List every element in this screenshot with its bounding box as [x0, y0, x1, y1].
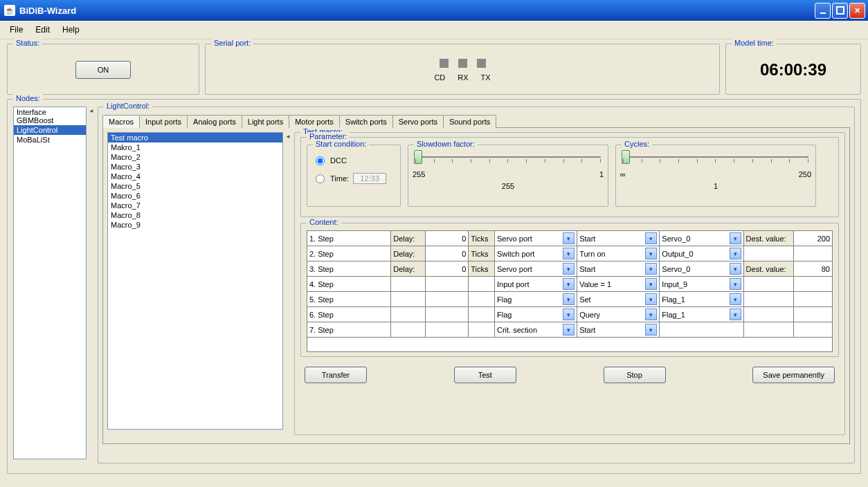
- macro-splitter[interactable]: [287, 132, 290, 439]
- delay-value[interactable]: 0: [426, 231, 469, 246]
- model-time: 06:00:39: [760, 60, 826, 80]
- delay-label: Delay:: [391, 246, 426, 261]
- transfer-button[interactable]: Transfer: [305, 367, 367, 383]
- table-row: 7. StepCrit. section▾Start▾: [307, 322, 833, 338]
- macro-list[interactable]: Test macroMakro_1Macro_2Macro_3Macro_4Ma…: [107, 132, 283, 430]
- tabs: MacrosInput portsAnalog portsLight ports…: [102, 114, 850, 127]
- macro-item[interactable]: Macro_2: [108, 152, 282, 162]
- content-group: Content: 1. StepDelay:0TicksServo port▾S…: [300, 223, 839, 357]
- maximize-button[interactable]: [832, 3, 848, 19]
- tab-motor-ports[interactable]: Motor ports: [289, 115, 340, 128]
- delay-value[interactable]: 0: [426, 246, 469, 261]
- slowdown-slider[interactable]: [415, 156, 601, 158]
- combo-cell[interactable]: Flag_1▾: [660, 307, 743, 322]
- node-item[interactable]: LightControl: [14, 125, 86, 135]
- slowdown-value: 255: [408, 182, 608, 190]
- tab-input-ports[interactable]: Input ports: [139, 115, 188, 128]
- combo-cell[interactable]: Turn on▾: [577, 246, 660, 261]
- combo-cell[interactable]: Input_9▾: [660, 277, 743, 292]
- tab-servo-ports[interactable]: Servo ports: [392, 115, 444, 128]
- tx-label: TX: [481, 73, 491, 82]
- nodes-group: Nodes: Interface GBMBoostLightControlMoB…: [7, 99, 861, 474]
- combo-cell[interactable]: Start▾: [577, 322, 660, 338]
- slowdown-min: 255: [413, 170, 425, 178]
- close-button[interactable]: ✕: [849, 3, 865, 19]
- combo-cell[interactable]: Value = 1▾: [577, 277, 660, 292]
- macro-item[interactable]: Macro_3: [108, 162, 282, 172]
- model-time-legend: Model time:: [732, 39, 777, 47]
- lightcontrol-group: LightControl: MacrosInput portsAnalog po…: [98, 107, 855, 463]
- combo-cell[interactable]: Start▾: [577, 231, 660, 246]
- status-legend: Status:: [13, 39, 42, 47]
- macro-item[interactable]: Macro_6: [108, 191, 282, 201]
- node-item[interactable]: Interface GBMBoost: [14, 107, 86, 125]
- combo-cell[interactable]: Flag_1▾: [660, 292, 743, 307]
- slowdown-max: 1: [599, 170, 604, 178]
- tab-macros[interactable]: Macros: [102, 115, 140, 128]
- time-input[interactable]: [353, 173, 386, 184]
- combo-cell[interactable]: Input port▾: [494, 277, 577, 292]
- step-number: 2. Step: [307, 246, 391, 261]
- tab-analog-ports[interactable]: Analog ports: [187, 115, 242, 128]
- dest-value[interactable]: 200: [793, 231, 832, 246]
- combo-cell[interactable]: Flag▾: [494, 292, 577, 307]
- menu-edit[interactable]: Edit: [30, 24, 55, 36]
- tab-body-macros: Test macroMakro_1Macro_2Macro_3Macro_4Ma…: [102, 127, 850, 444]
- cd-label: CD: [434, 73, 445, 82]
- menu-help[interactable]: Help: [57, 24, 85, 36]
- combo-cell[interactable]: Query▾: [577, 307, 660, 322]
- ticks-label: Ticks: [469, 261, 495, 277]
- macro-item[interactable]: Makro_1: [108, 143, 282, 152]
- tab-switch-ports[interactable]: Switch ports: [339, 115, 393, 128]
- macro-item[interactable]: Test macro: [108, 133, 282, 143]
- macro-item[interactable]: Macro_4: [108, 172, 282, 181]
- combo-cell[interactable]: Servo port▾: [494, 261, 577, 277]
- cycles-slider[interactable]: [623, 156, 808, 158]
- save-button[interactable]: Save permanently: [752, 367, 835, 383]
- test-button[interactable]: Test: [454, 367, 516, 383]
- on-button[interactable]: ON: [75, 61, 131, 79]
- rx-led: [458, 59, 467, 68]
- minimize-button[interactable]: [815, 3, 831, 19]
- titlebar: ☕ BiDiB-Wizard ✕: [0, 0, 868, 21]
- dest-value[interactable]: 80: [793, 261, 832, 277]
- cycles-min: ∞: [620, 170, 626, 178]
- step-number: 1. Step: [307, 231, 391, 246]
- menubar: File Edit Help: [0, 21, 868, 39]
- time-label: Time:: [330, 174, 349, 183]
- macro-item[interactable]: Macro_8: [108, 210, 282, 220]
- dest-label: Dest. value:: [743, 261, 793, 277]
- nodes-legend: Nodes:: [13, 94, 43, 102]
- combo-cell[interactable]: Servo_0▾: [660, 231, 743, 246]
- nodes-list[interactable]: Interface GBMBoostLightControlMoBaLiSt: [13, 107, 87, 459]
- dcc-radio[interactable]: [316, 156, 325, 165]
- node-item[interactable]: MoBaLiSt: [14, 135, 86, 145]
- time-radio[interactable]: [316, 174, 325, 183]
- macro-item[interactable]: Macro_7: [108, 201, 282, 210]
- combo-cell[interactable]: Servo port▾: [494, 231, 577, 246]
- model-time-group: Model time: 06:00:39: [725, 44, 861, 95]
- combo-cell[interactable]: Flag▾: [494, 307, 577, 322]
- splitter-handle[interactable]: [91, 107, 93, 468]
- ticks-label: Ticks: [469, 231, 495, 246]
- content-legend: Content:: [307, 218, 341, 226]
- stop-button[interactable]: Stop: [604, 367, 666, 383]
- delay-label: Delay:: [391, 231, 426, 246]
- step-number: 7. Step: [307, 322, 391, 338]
- macro-item[interactable]: Macro_9: [108, 220, 282, 230]
- combo-cell[interactable]: Set▾: [577, 292, 660, 307]
- combo-cell[interactable]: Servo_0▾: [660, 261, 743, 277]
- tab-sound-ports[interactable]: Sound ports: [443, 115, 496, 128]
- combo-cell[interactable]: Crit. section▾: [494, 322, 577, 338]
- start-condition-group: Start condition: DCC Time:: [307, 145, 401, 207]
- cycles-max: 250: [799, 170, 811, 178]
- step-number: 5. Step: [307, 292, 391, 307]
- combo-cell[interactable]: Start▾: [577, 261, 660, 277]
- delay-value[interactable]: 0: [426, 261, 469, 277]
- combo-cell[interactable]: Switch port▾: [494, 246, 577, 261]
- combo-cell[interactable]: Output_0▾: [660, 246, 743, 261]
- menu-file[interactable]: File: [4, 24, 28, 36]
- dest-label: Dest. value:: [743, 231, 793, 246]
- tab-light-ports[interactable]: Light ports: [242, 115, 289, 128]
- macro-item[interactable]: Macro_5: [108, 181, 282, 191]
